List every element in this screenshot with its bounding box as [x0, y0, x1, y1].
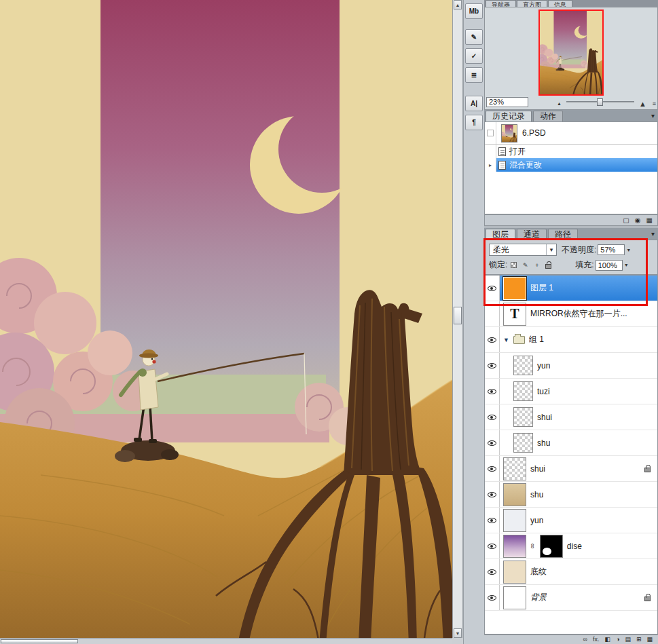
tab-history[interactable]: 历史记录: [486, 111, 532, 121]
layer-name[interactable]: shui: [530, 464, 545, 474]
lock-image-pixels-button[interactable]: ✎: [520, 261, 530, 270]
vertical-scrollbar[interactable]: ▲ ▼: [452, 0, 463, 638]
visibility-toggle[interactable]: [485, 508, 500, 533]
layer-row-dise[interactable]: ∞ dise: [485, 533, 657, 559]
layer-thumbnail[interactable]: [503, 457, 526, 480]
horizontal-scrollbar[interactable]: [0, 638, 452, 644]
layer-name[interactable]: tuzi: [537, 387, 550, 396]
paragraph-panel-icon[interactable]: ¶: [465, 115, 483, 130]
visibility-toggle[interactable]: [485, 301, 500, 326]
layer-name[interactable]: shu: [530, 490, 543, 499]
group-expand-triangle-icon[interactable]: ▼: [503, 337, 509, 343]
document-canvas[interactable]: [0, 0, 452, 644]
layer-name[interactable]: shui: [537, 413, 552, 422]
history-brush-source-well[interactable]: [485, 122, 496, 144]
visibility-toggle[interactable]: [485, 430, 500, 455]
character-panel-icon[interactable]: A|: [465, 96, 483, 111]
layer-row-shui-child[interactable]: shui: [485, 404, 657, 430]
layer-row-background[interactable]: 背景: [485, 585, 657, 611]
new-document-from-state-icon[interactable]: ▢: [623, 217, 629, 224]
scroll-up-button[interactable]: ▲: [454, 0, 462, 10]
link-layers-icon[interactable]: ∞: [583, 637, 587, 643]
history-panel-menu-icon[interactable]: ▾: [651, 111, 655, 121]
visibility-toggle[interactable]: [485, 327, 500, 352]
layer-thumbnail[interactable]: [503, 509, 526, 532]
new-layer-icon[interactable]: ⊞: [636, 637, 642, 643]
text-layer-thumbnail[interactable]: T: [503, 303, 526, 326]
history-state-row-selected[interactable]: ▸ 混合更改: [485, 158, 657, 172]
layers-panel-menu-icon[interactable]: ▾: [651, 229, 655, 240]
layer-row-yun2[interactable]: yun: [485, 508, 657, 533]
layer-name[interactable]: yun: [537, 361, 550, 371]
visibility-toggle[interactable]: [485, 404, 500, 430]
layer-row-shui[interactable]: shui: [485, 456, 657, 482]
new-snapshot-icon[interactable]: ◉: [635, 217, 641, 224]
navigator-proxy-view[interactable]: [538, 10, 604, 96]
visibility-toggle[interactable]: [485, 276, 500, 301]
notes-panel-icon[interactable]: Mb: [465, 3, 483, 19]
layer-thumbnail[interactable]: [513, 356, 533, 375]
layer-name[interactable]: shu: [537, 438, 550, 448]
blend-mode-dropdown[interactable]: 柔光 ▾: [489, 244, 557, 256]
zoom-out-icon[interactable]: ▲: [557, 101, 562, 106]
vertical-scroll-thumb[interactable]: [454, 307, 462, 324]
layer-row-text[interactable]: T MIRROR依然守在那一片...: [485, 301, 657, 327]
layer-thumbnail[interactable]: [503, 277, 526, 300]
tab-actions[interactable]: 动作: [533, 111, 563, 121]
lock-all-button[interactable]: [543, 261, 553, 270]
tool-presets-panel-icon[interactable]: ✓: [465, 48, 483, 64]
layer-name[interactable]: 背景: [530, 592, 547, 603]
layer-thumbnail[interactable]: [513, 433, 533, 453]
fill-slider-arrow-icon[interactable]: ▾: [623, 262, 630, 268]
tab-histogram[interactable]: 直方图: [517, 0, 547, 7]
visibility-toggle[interactable]: [485, 379, 500, 404]
layer-name[interactable]: 组 1: [529, 334, 544, 345]
visibility-toggle[interactable]: [485, 559, 500, 584]
delete-layer-icon[interactable]: ▦: [646, 637, 653, 643]
layer-row-diwen[interactable]: 底纹: [485, 559, 657, 585]
visibility-toggle[interactable]: [485, 482, 500, 507]
clone-source-panel-icon[interactable]: ✎: [465, 29, 483, 45]
layer-thumbnail[interactable]: [503, 586, 526, 609]
horizontal-scroll-thumb[interactable]: [1, 639, 78, 643]
scroll-down-button[interactable]: ▼: [454, 628, 462, 638]
navigator-menu-icon[interactable]: ≡: [653, 100, 656, 107]
opacity-slider-arrow-icon[interactable]: ▾: [625, 247, 632, 253]
layer-thumbnail[interactable]: [503, 561, 526, 584]
history-state-well[interactable]: [485, 145, 496, 158]
layer-row-tuzi[interactable]: tuzi: [485, 379, 657, 404]
layer-style-fx-icon[interactable]: fx.: [593, 637, 600, 643]
opacity-input[interactable]: 57%: [598, 244, 625, 255]
new-group-icon[interactable]: ▤: [625, 637, 631, 643]
layer-row-group[interactable]: ▼ 组 1: [485, 327, 657, 353]
layer-name[interactable]: 底纹: [530, 566, 547, 577]
zoom-in-icon[interactable]: ▲: [639, 100, 646, 108]
layer-mask-thumbnail[interactable]: [540, 535, 563, 558]
snapshot-thumbnail[interactable]: [501, 124, 517, 143]
add-layer-mask-icon[interactable]: ◧: [604, 637, 610, 643]
layer-comps-panel-icon[interactable]: ≣: [465, 67, 483, 83]
layer-name[interactable]: yun: [530, 516, 543, 525]
zoom-slider[interactable]: [566, 101, 634, 103]
mask-link-icon[interactable]: ∞: [529, 544, 537, 549]
visibility-toggle[interactable]: [485, 456, 500, 481]
tab-layers[interactable]: 图层: [486, 229, 515, 240]
history-snapshot-row[interactable]: 6.PSD: [485, 122, 657, 145]
layer-row-yun[interactable]: yun: [485, 353, 657, 379]
history-state-well[interactable]: ▸: [485, 158, 496, 172]
layer-row-layer1[interactable]: 图层 1: [485, 276, 657, 301]
layer-name[interactable]: 图层 1: [530, 282, 553, 294]
adjustment-layer-icon[interactable]: ◑: [616, 637, 619, 643]
history-state-row[interactable]: 打开: [485, 145, 657, 158]
tab-navigator[interactable]: 导航器: [486, 0, 516, 7]
layer-thumbnail[interactable]: [503, 483, 526, 506]
zoom-slider-thumb[interactable]: [597, 98, 603, 106]
visibility-toggle[interactable]: [485, 353, 500, 378]
tab-channels[interactable]: 通道: [517, 229, 547, 240]
layer-thumbnail[interactable]: [513, 381, 533, 401]
layer-thumbnail[interactable]: [513, 407, 533, 427]
fill-input[interactable]: 100%: [596, 260, 623, 271]
lock-position-button[interactable]: +: [532, 261, 542, 270]
layer-row-shu[interactable]: shu: [485, 482, 657, 508]
lock-transparent-pixels-button[interactable]: [509, 261, 519, 270]
